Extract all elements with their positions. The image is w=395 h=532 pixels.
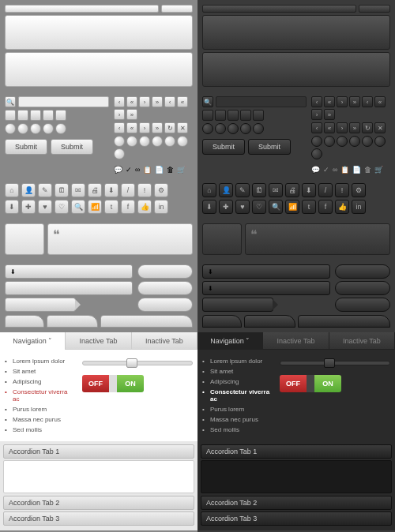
last-icon[interactable]: » bbox=[349, 96, 360, 107]
search-input[interactable] bbox=[216, 96, 307, 107]
check-icon[interactable]: ✓ bbox=[323, 166, 329, 174]
tab-shape[interactable] bbox=[202, 315, 242, 328]
accordion-header[interactable]: Accordion Tab 1 bbox=[3, 444, 194, 459]
refresh-icon[interactable]: ↻ bbox=[164, 122, 175, 133]
search-icon[interactable]: 🔍 bbox=[71, 200, 85, 214]
comment-icon[interactable]: 💬 bbox=[311, 166, 320, 174]
prev-icon[interactable]: ‹ bbox=[164, 96, 175, 107]
bar-button[interactable]: ⬇ bbox=[5, 264, 133, 279]
pill-button[interactable] bbox=[335, 298, 390, 312]
round-button[interactable] bbox=[43, 123, 54, 134]
last-icon[interactable]: » bbox=[152, 122, 163, 133]
nav-item[interactable]: Sit amet bbox=[202, 366, 273, 377]
square-button[interactable] bbox=[55, 110, 66, 121]
next-icon[interactable]: › bbox=[337, 96, 348, 107]
next-icon[interactable]: › bbox=[139, 96, 150, 107]
edit-icon[interactable]: ✎ bbox=[38, 183, 52, 197]
round-button[interactable] bbox=[5, 123, 16, 134]
round-button[interactable] bbox=[114, 136, 125, 147]
calendar-icon[interactable]: 🗓 bbox=[252, 183, 266, 197]
square-button[interactable] bbox=[253, 110, 264, 121]
square-button[interactable] bbox=[215, 110, 226, 121]
nav-item[interactable]: Sit amet bbox=[5, 366, 76, 377]
tab-inactive[interactable]: Inactive Tab bbox=[263, 332, 329, 350]
square-button[interactable] bbox=[17, 110, 28, 121]
comment-icon[interactable]: 💬 bbox=[114, 166, 122, 174]
tab-navigation[interactable]: Navigation ˅ bbox=[0, 332, 66, 350]
refresh-icon[interactable]: ↻ bbox=[362, 122, 373, 133]
tab-shape[interactable] bbox=[298, 315, 390, 328]
prev-icon[interactable]: ‹ bbox=[311, 96, 322, 107]
prev-icon[interactable]: ‹ bbox=[114, 122, 125, 133]
first-icon[interactable]: « bbox=[177, 96, 188, 107]
trash-icon[interactable]: 🗑 bbox=[364, 166, 371, 174]
download-icon[interactable]: ⬇ bbox=[202, 200, 216, 214]
print-icon[interactable]: 🖨 bbox=[88, 183, 102, 197]
square-button[interactable] bbox=[30, 110, 41, 121]
round-button[interactable] bbox=[30, 123, 41, 134]
round-button[interactable] bbox=[152, 136, 163, 147]
home-icon[interactable]: ⌂ bbox=[5, 183, 19, 197]
search-icon[interactable]: 🔍 bbox=[202, 96, 213, 107]
submit-button[interactable]: Submit bbox=[5, 139, 47, 155]
toggle-switch[interactable]: OFFON bbox=[82, 375, 144, 392]
trash-icon[interactable]: 🗑 bbox=[167, 166, 174, 174]
tab-shape[interactable] bbox=[47, 315, 98, 328]
tab-shape[interactable] bbox=[244, 315, 295, 328]
tab-inactive[interactable]: Inactive Tab bbox=[132, 332, 198, 350]
slash-icon[interactable]: / bbox=[318, 183, 333, 197]
facebook-icon[interactable]: f bbox=[318, 200, 333, 214]
heart-broken-icon[interactable]: ♡ bbox=[252, 200, 266, 214]
next-icon[interactable]: › bbox=[114, 109, 125, 120]
nav-item[interactable]: Purus lorem bbox=[202, 404, 273, 414]
nav-item[interactable]: Lorem ipsum dolor bbox=[5, 356, 76, 366]
round-button[interactable] bbox=[337, 136, 348, 147]
rss-icon[interactable]: 📶 bbox=[285, 200, 299, 214]
download-icon[interactable]: ⬇ bbox=[5, 200, 19, 214]
nav-item[interactable]: Massa nec purus bbox=[202, 414, 273, 425]
add-icon[interactable]: ✚ bbox=[219, 200, 233, 214]
prev-icon[interactable]: ‹ bbox=[114, 96, 125, 107]
submit-button[interactable]: Submit bbox=[202, 139, 245, 155]
last-icon[interactable]: » bbox=[126, 109, 137, 120]
nav-item[interactable]: Adipiscing bbox=[202, 377, 273, 387]
pill-button[interactable] bbox=[335, 264, 390, 279]
square-button[interactable] bbox=[240, 110, 251, 121]
home-icon[interactable]: ⌂ bbox=[202, 183, 216, 197]
round-button[interactable] bbox=[202, 123, 213, 134]
cart-icon[interactable]: 🛒 bbox=[374, 166, 383, 174]
square-button[interactable] bbox=[228, 110, 239, 121]
submit-button[interactable]: Submit bbox=[248, 139, 291, 155]
nav-item[interactable]: Sed mollis bbox=[202, 425, 273, 435]
linkedin-icon[interactable]: in bbox=[154, 200, 168, 214]
like-icon[interactable]: 👍 bbox=[137, 200, 152, 214]
user-icon[interactable]: 👤 bbox=[21, 183, 36, 197]
first-icon[interactable]: « bbox=[324, 96, 335, 107]
first-icon[interactable]: « bbox=[126, 122, 137, 133]
facebook-icon[interactable]: f bbox=[121, 200, 135, 214]
last-icon[interactable]: » bbox=[349, 122, 360, 133]
round-button[interactable] bbox=[349, 136, 360, 147]
next-icon[interactable]: › bbox=[139, 122, 150, 133]
square-button[interactable] bbox=[202, 110, 213, 121]
round-button[interactable] bbox=[240, 123, 251, 134]
tab-shape[interactable] bbox=[5, 315, 44, 328]
round-button[interactable] bbox=[374, 136, 386, 147]
gear-icon[interactable]: ⚙ bbox=[154, 183, 168, 197]
round-button[interactable] bbox=[164, 136, 175, 147]
round-button[interactable] bbox=[114, 148, 125, 159]
square-button[interactable] bbox=[43, 110, 54, 121]
pill-button[interactable] bbox=[137, 298, 193, 312]
search-icon[interactable]: 🔍 bbox=[5, 96, 16, 107]
round-button[interactable] bbox=[311, 148, 322, 159]
round-button[interactable] bbox=[177, 136, 188, 147]
last-icon[interactable]: » bbox=[324, 109, 335, 120]
user-icon[interactable]: 👤 bbox=[219, 183, 233, 197]
round-button[interactable] bbox=[228, 123, 239, 134]
linkedin-icon[interactable]: in bbox=[352, 200, 366, 214]
pill-button[interactable] bbox=[137, 281, 193, 295]
close-icon[interactable]: ✕ bbox=[177, 122, 188, 133]
next-icon[interactable]: › bbox=[311, 109, 322, 120]
check-icon[interactable]: ✓ bbox=[126, 166, 132, 174]
slider-thumb[interactable] bbox=[324, 358, 335, 368]
